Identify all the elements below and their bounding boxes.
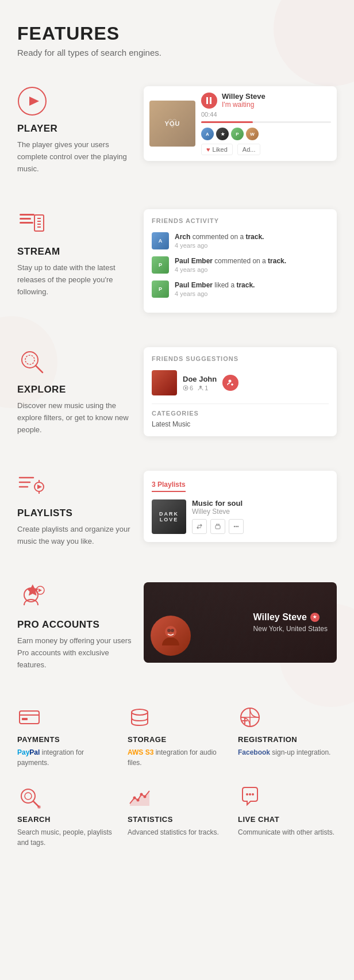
bottom-feature-livechat: LIVE CHAT Communicate with other artists…	[238, 785, 337, 848]
svg-point-33	[236, 526, 237, 527]
stream-card: FRIENDS ACTIVITY A Arch commented on a t…	[144, 209, 337, 313]
registration-title: REGISTRATION	[238, 735, 337, 744]
register-icon	[238, 705, 262, 729]
feature-left-explore: EXPLORE Discover new music using the exp…	[17, 347, 132, 436]
playlist-thumbnail: DARK LOVE	[152, 499, 186, 534]
svg-point-53	[37, 805, 41, 809]
svg-marker-37	[39, 589, 42, 592]
liked-label: Liked	[213, 146, 228, 153]
heart-icon: ♡	[167, 117, 178, 130]
activity-content: Arch commented on a track. 4 years ago	[175, 232, 264, 249]
page-title: FEATURES	[17, 23, 337, 44]
svg-point-40	[171, 629, 174, 632]
activity-object: track.	[268, 257, 286, 265]
search-desc: Search music, people, playlists and tags…	[17, 827, 116, 848]
player-progress-bar[interactable]	[201, 121, 331, 123]
search-icon	[17, 785, 41, 809]
paypal-link[interactable]: PayPal	[17, 748, 40, 756]
svg-point-60	[249, 793, 251, 795]
activity-text: Arch commented on a track.	[175, 232, 264, 242]
player-album: ♡ YOU	[149, 101, 195, 147]
feature-right-playlists: 3 Playlists DARK LOVE Music for soul Wil…	[144, 471, 337, 542]
player-info: Willey Steve I'm waiting 00:44 A ★ P W	[201, 92, 331, 155]
feature-right-explore: FRIENDS SUGGESTIONS Doe John 6 1	[144, 347, 337, 436]
avatar: A	[201, 128, 214, 140]
pro-name-text: Willey Steve	[253, 612, 307, 622]
player-progress-fill	[201, 121, 253, 123]
add-friend-button[interactable]	[222, 375, 238, 391]
suggestion-info: Doe John 6 1	[183, 375, 217, 391]
svg-point-32	[234, 526, 235, 527]
svg-point-61	[252, 793, 254, 795]
pro-user-name: Willey Steve ★	[253, 612, 328, 622]
activity-content: Paul Ember liked a track. 4 years ago	[175, 280, 255, 297]
bottom-feature-storage: STORAGE AWS S3 integration for audio fil…	[128, 705, 226, 768]
bottom-feature-statistics: STATISTICS Advanced statistics for track…	[128, 785, 226, 848]
stream-card-title: FRIENDS ACTIVITY	[152, 217, 329, 224]
payments-title: PAYMENTS	[17, 735, 116, 744]
storage-title: STORAGE	[128, 735, 226, 744]
svg-point-39	[167, 629, 171, 632]
avatar: P	[152, 280, 169, 298]
explore-icon	[17, 347, 47, 377]
playlist-actions	[192, 519, 329, 534]
feature-title-playlists: PLAYLISTS	[17, 508, 132, 519]
tracks-count: 6	[190, 385, 193, 391]
album-line2: LOVE	[159, 517, 179, 522]
categories-title: CATEGORIES	[152, 410, 329, 417]
registration-desc: Facebook sign-up integration.	[238, 747, 337, 758]
pro-badge: ★	[310, 613, 320, 622]
svg-rect-41	[20, 711, 39, 724]
suggestion-avatar	[152, 370, 177, 395]
livechat-desc: Communicate with other artists.	[238, 827, 337, 837]
page-subtitle: Ready for all types of search engines.	[17, 48, 337, 57]
tracks-stat: 6	[183, 385, 193, 391]
svg-marker-1	[29, 97, 39, 106]
playlist-info: Music for soul Willey Steve	[192, 499, 329, 534]
aws-link[interactable]: AWS S3	[128, 748, 153, 756]
pro-location: New York, United States	[253, 625, 328, 633]
svg-point-59	[246, 793, 248, 795]
feature-title-explore: EXPLORE	[17, 384, 132, 395]
activity-text: Paul Ember liked a track.	[175, 280, 255, 290]
svg-marker-54	[130, 791, 149, 806]
play-icon	[17, 86, 47, 116]
chat-icon	[238, 785, 262, 809]
repost-button[interactable]	[192, 519, 207, 534]
pro-card-avatar	[151, 616, 191, 656]
svg-point-55	[133, 797, 136, 800]
player-avatars: A ★ P W	[201, 128, 331, 140]
delete-button[interactable]	[210, 519, 225, 534]
feature-row-pro: PRO ACCOUNTS Earn money by offering your…	[17, 582, 337, 671]
suggestions-title: FRIENDS SUGGESTIONS	[152, 355, 329, 362]
card-icon	[17, 705, 41, 729]
activity-user: Arch	[175, 233, 190, 241]
followers-count: 1	[205, 385, 208, 391]
livechat-title: LIVE CHAT	[238, 815, 337, 824]
search-title: SEARCH	[17, 815, 116, 824]
svg-rect-7	[34, 215, 44, 231]
svg-point-38	[165, 626, 176, 637]
liked-button[interactable]: ♥ Liked	[201, 144, 233, 155]
activity-time: 4 years ago	[175, 242, 264, 249]
svg-rect-28	[216, 525, 220, 529]
more-button[interactable]	[229, 519, 244, 534]
page-wrapper: FEATURES Ready for all types of search e…	[0, 0, 354, 877]
facebook-link[interactable]: Facebook	[238, 748, 270, 756]
feature-desc-pro: Earn money by offering your users Pro ac…	[17, 635, 132, 671]
feature-left-stream: STREAM Stay up to date with the latest r…	[17, 209, 132, 298]
pro-icon	[17, 582, 47, 612]
bottom-grid: PAYMENTS PayPal integration for payments…	[17, 705, 337, 848]
feature-right-pro: Willey Steve ★ New York, United States	[144, 582, 337, 663]
playlists-tab[interactable]: 3 Playlists	[152, 481, 186, 492]
add-button[interactable]: Ad...	[237, 144, 261, 155]
activity-user: Paul Ember	[175, 257, 213, 265]
svg-rect-3	[210, 97, 211, 104]
feature-left-pro: PRO ACCOUNTS Earn money by offering your…	[17, 582, 132, 671]
svg-point-44	[132, 709, 148, 715]
suggestion-name: Doe John	[183, 375, 217, 383]
activity-object: track.	[245, 233, 264, 241]
activity-object: track.	[236, 281, 255, 289]
svg-rect-2	[206, 97, 208, 104]
pause-button[interactable]	[201, 93, 217, 109]
